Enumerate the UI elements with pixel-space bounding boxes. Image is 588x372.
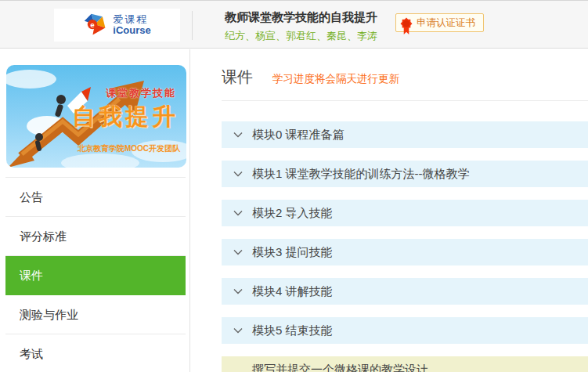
module-row-2[interactable]: 模块2 导入技能 — [222, 200, 588, 226]
apply-certificate-label: 申请认证证书 — [417, 16, 475, 30]
icourse-logo[interactable]: e 爱课程 iCourse — [54, 9, 180, 42]
sidebar: 课堂教学技能 自我提升 北京教育学院MOOC开发团队 公告 评分标准 课件 测验… — [0, 49, 190, 372]
sidebar-item-exams[interactable]: 考试 — [5, 334, 186, 372]
chevron-down-icon — [233, 288, 243, 294]
module-row-0[interactable]: 模块0 课程准备篇 — [222, 121, 588, 148]
module-label: 模块0 课程准备篇 — [252, 128, 345, 143]
instructor-names[interactable]: 纪方、杨宣、郭君红、秦昆、李涛 — [225, 29, 377, 43]
chevron-down-icon — [233, 249, 243, 255]
banner-subtitle: 课堂教学技能 — [106, 86, 176, 100]
logo-name-en: iCourse — [113, 25, 150, 36]
main-content: 课件 学习进度将会隔天进行更新 模块0 课程准备篇 模块1 课堂教学技能的训练方… — [191, 49, 588, 372]
progress-notice: 学习进度将会隔天进行更新 — [272, 72, 399, 86]
course-title: 教师课堂教学技能的自我提升 — [225, 10, 377, 25]
title-divider — [222, 100, 588, 101]
svg-text:e: e — [91, 20, 96, 29]
banner-team: 北京教育学院MOOC开发团队 — [78, 143, 180, 154]
sidebar-item-courseware[interactable]: 课件 — [5, 256, 186, 295]
module-list: 模块0 课程准备篇 模块1 课堂教学技能的训练方法--微格教学 模块2 导入技能… — [222, 121, 588, 372]
page-title: 课件 — [222, 67, 253, 88]
module-label: 模块2 导入技能 — [252, 206, 333, 221]
module-row-4[interactable]: 模块4 讲解技能 — [222, 278, 588, 305]
header: e 爱课程 iCourse 教师课堂教学技能的自我提升 纪方、杨宣、郭君红、秦昆… — [0, 0, 588, 49]
module-label: 模块3 提问技能 — [252, 245, 333, 260]
module-label: 模块5 结束技能 — [252, 323, 333, 338]
module-label: 模块4 讲解技能 — [252, 284, 333, 299]
chevron-down-icon — [233, 171, 243, 177]
pinwheel-icon: e — [83, 13, 108, 38]
main-header: 课件 学习进度将会隔天进行更新 — [222, 67, 399, 88]
module-label: 模块1 课堂教学技能的训练方法--微格教学 — [252, 167, 470, 182]
header-divider — [192, 11, 193, 40]
sidebar-menu: 公告 评分标准 课件 测验与作业 考试 — [5, 177, 186, 372]
apply-certificate-button[interactable]: 申请认证证书 — [395, 13, 484, 32]
medal-icon — [399, 16, 413, 35]
banner-title: 自我提升 — [72, 101, 179, 133]
course-banner-image: 课堂教学技能 自我提升 北京教育学院MOOC开发团队 — [6, 65, 186, 168]
sidebar-item-announcements[interactable]: 公告 — [5, 178, 186, 217]
module-row-3[interactable]: 模块3 提问技能 — [222, 239, 588, 265]
logo-name-cn: 爱课程 — [113, 14, 150, 25]
chevron-down-icon — [233, 132, 243, 138]
sidebar-item-quizzes[interactable]: 测验与作业 — [5, 295, 186, 334]
logo-text: 爱课程 iCourse — [113, 14, 150, 35]
assignment-label: 撰写并提交一个微格课的教学设计 — [252, 363, 428, 372]
sidebar-item-grading[interactable]: 评分标准 — [5, 217, 186, 256]
chevron-down-icon — [233, 210, 243, 216]
page: e 爱课程 iCourse 教师课堂教学技能的自我提升 纪方、杨宣、郭君红、秦昆… — [0, 0, 588, 372]
module-row-5[interactable]: 模块5 结束技能 — [222, 317, 588, 344]
chevron-down-icon — [233, 327, 243, 334]
module-row-1[interactable]: 模块1 课堂教学技能的训练方法--微格教学 — [222, 161, 588, 187]
assignment-row[interactable]: 撰写并提交一个微格课的教学设计 — [222, 356, 588, 372]
